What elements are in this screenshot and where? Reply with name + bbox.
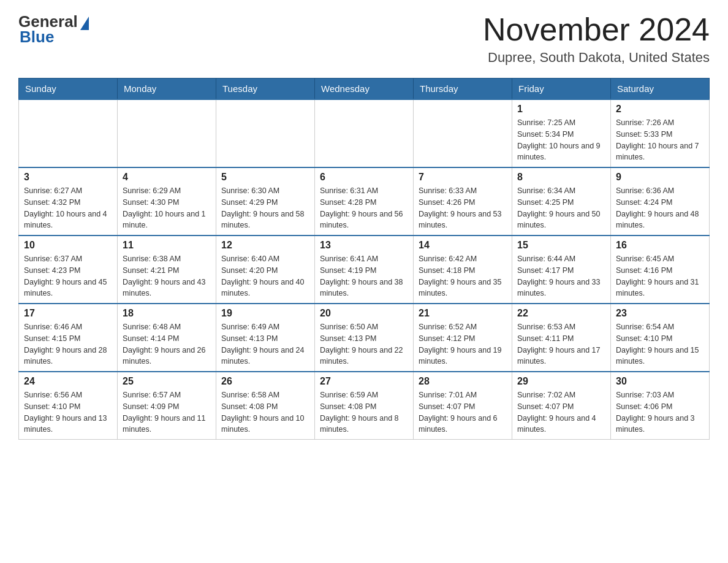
calendar-cell: 26Sunrise: 6:58 AM Sunset: 4:08 PM Dayli… bbox=[216, 372, 315, 440]
day-info: Sunrise: 6:31 AM Sunset: 4:28 PM Dayligh… bbox=[320, 185, 408, 231]
day-number: 4 bbox=[123, 172, 211, 183]
day-number: 27 bbox=[320, 376, 408, 387]
week-row-5: 24Sunrise: 6:56 AM Sunset: 4:10 PM Dayli… bbox=[19, 372, 710, 440]
day-info: Sunrise: 6:41 AM Sunset: 4:19 PM Dayligh… bbox=[320, 253, 408, 299]
calendar-header-tuesday: Tuesday bbox=[216, 79, 315, 100]
calendar-header-monday: Monday bbox=[118, 79, 216, 100]
calendar-header-thursday: Thursday bbox=[414, 79, 512, 100]
calendar-cell: 1Sunrise: 7:25 AM Sunset: 5:34 PM Daylig… bbox=[512, 99, 611, 167]
day-info: Sunrise: 6:40 AM Sunset: 4:20 PM Dayligh… bbox=[221, 253, 309, 299]
calendar-cell: 6Sunrise: 6:31 AM Sunset: 4:28 PM Daylig… bbox=[315, 167, 414, 236]
calendar-cell: 27Sunrise: 6:59 AM Sunset: 4:08 PM Dayli… bbox=[315, 372, 414, 440]
calendar-cell: 13Sunrise: 6:41 AM Sunset: 4:19 PM Dayli… bbox=[315, 236, 414, 304]
day-number: 16 bbox=[616, 240, 704, 251]
page-header: General Blue November 2024 Dupree, South… bbox=[18, 12, 710, 66]
calendar-cell: 2Sunrise: 7:26 AM Sunset: 5:33 PM Daylig… bbox=[611, 99, 710, 167]
calendar-cell: 22Sunrise: 6:53 AM Sunset: 4:11 PM Dayli… bbox=[512, 304, 611, 372]
day-info: Sunrise: 6:48 AM Sunset: 4:14 PM Dayligh… bbox=[123, 321, 211, 367]
calendar-cell: 18Sunrise: 6:48 AM Sunset: 4:14 PM Dayli… bbox=[118, 304, 216, 372]
day-number: 15 bbox=[517, 240, 605, 251]
day-info: Sunrise: 7:25 AM Sunset: 5:34 PM Dayligh… bbox=[517, 117, 605, 163]
calendar-cell bbox=[414, 99, 512, 167]
day-info: Sunrise: 6:52 AM Sunset: 4:12 PM Dayligh… bbox=[419, 321, 507, 367]
day-number: 3 bbox=[24, 172, 112, 183]
page-title: November 2024 bbox=[483, 12, 710, 47]
day-number: 20 bbox=[320, 308, 408, 319]
day-info: Sunrise: 6:30 AM Sunset: 4:29 PM Dayligh… bbox=[221, 185, 309, 231]
day-info: Sunrise: 6:49 AM Sunset: 4:13 PM Dayligh… bbox=[221, 321, 309, 367]
calendar-cell bbox=[19, 99, 118, 167]
day-number: 17 bbox=[24, 308, 112, 319]
day-number: 24 bbox=[24, 376, 112, 387]
calendar-header-row: SundayMondayTuesdayWednesdayThursdayFrid… bbox=[19, 79, 710, 100]
calendar-cell: 7Sunrise: 6:33 AM Sunset: 4:26 PM Daylig… bbox=[414, 167, 512, 236]
day-info: Sunrise: 7:02 AM Sunset: 4:07 PM Dayligh… bbox=[517, 389, 605, 435]
week-row-4: 17Sunrise: 6:46 AM Sunset: 4:15 PM Dayli… bbox=[19, 304, 710, 372]
week-row-3: 10Sunrise: 6:37 AM Sunset: 4:23 PM Dayli… bbox=[19, 236, 710, 304]
calendar-cell: 11Sunrise: 6:38 AM Sunset: 4:21 PM Dayli… bbox=[118, 236, 216, 304]
calendar-cell: 8Sunrise: 6:34 AM Sunset: 4:25 PM Daylig… bbox=[512, 167, 611, 236]
day-info: Sunrise: 7:01 AM Sunset: 4:07 PM Dayligh… bbox=[419, 389, 507, 435]
day-number: 18 bbox=[123, 308, 211, 319]
calendar-cell: 25Sunrise: 6:57 AM Sunset: 4:09 PM Dayli… bbox=[118, 372, 216, 440]
calendar-cell: 21Sunrise: 6:52 AM Sunset: 4:12 PM Dayli… bbox=[414, 304, 512, 372]
day-number: 8 bbox=[517, 172, 605, 183]
day-info: Sunrise: 6:50 AM Sunset: 4:13 PM Dayligh… bbox=[320, 321, 408, 367]
calendar-cell: 20Sunrise: 6:50 AM Sunset: 4:13 PM Dayli… bbox=[315, 304, 414, 372]
day-info: Sunrise: 6:56 AM Sunset: 4:10 PM Dayligh… bbox=[24, 389, 112, 435]
day-number: 9 bbox=[616, 172, 704, 183]
day-number: 29 bbox=[517, 376, 605, 387]
calendar-cell: 12Sunrise: 6:40 AM Sunset: 4:20 PM Dayli… bbox=[216, 236, 315, 304]
day-number: 30 bbox=[616, 376, 704, 387]
calendar-cell: 15Sunrise: 6:44 AM Sunset: 4:17 PM Dayli… bbox=[512, 236, 611, 304]
day-info: Sunrise: 7:26 AM Sunset: 5:33 PM Dayligh… bbox=[616, 117, 704, 163]
day-info: Sunrise: 6:29 AM Sunset: 4:30 PM Dayligh… bbox=[123, 185, 211, 231]
day-number: 11 bbox=[123, 240, 211, 251]
title-area: November 2024 Dupree, South Dakota, Unit… bbox=[483, 12, 710, 66]
day-number: 1 bbox=[517, 104, 605, 115]
day-number: 2 bbox=[616, 104, 704, 115]
day-number: 7 bbox=[419, 172, 507, 183]
day-number: 21 bbox=[419, 308, 507, 319]
day-info: Sunrise: 7:03 AM Sunset: 4:06 PM Dayligh… bbox=[616, 389, 704, 435]
day-number: 28 bbox=[419, 376, 507, 387]
calendar-cell: 5Sunrise: 6:30 AM Sunset: 4:29 PM Daylig… bbox=[216, 167, 315, 236]
day-number: 25 bbox=[123, 376, 211, 387]
day-number: 26 bbox=[221, 376, 309, 387]
calendar-table: SundayMondayTuesdayWednesdayThursdayFrid… bbox=[18, 78, 710, 440]
calendar-cell bbox=[315, 99, 414, 167]
calendar-cell: 30Sunrise: 7:03 AM Sunset: 4:06 PM Dayli… bbox=[611, 372, 710, 440]
calendar-cell: 16Sunrise: 6:45 AM Sunset: 4:16 PM Dayli… bbox=[611, 236, 710, 304]
day-info: Sunrise: 6:54 AM Sunset: 4:10 PM Dayligh… bbox=[616, 321, 704, 367]
day-info: Sunrise: 6:57 AM Sunset: 4:09 PM Dayligh… bbox=[123, 389, 211, 435]
day-info: Sunrise: 6:42 AM Sunset: 4:18 PM Dayligh… bbox=[419, 253, 507, 299]
week-row-2: 3Sunrise: 6:27 AM Sunset: 4:32 PM Daylig… bbox=[19, 167, 710, 236]
logo-triangle-icon bbox=[80, 17, 89, 30]
calendar-cell bbox=[118, 99, 216, 167]
day-number: 10 bbox=[24, 240, 112, 251]
calendar-header-saturday: Saturday bbox=[611, 79, 710, 100]
calendar-cell: 29Sunrise: 7:02 AM Sunset: 4:07 PM Dayli… bbox=[512, 372, 611, 440]
calendar-header-friday: Friday bbox=[512, 79, 611, 100]
logo: General Blue bbox=[18, 12, 89, 47]
day-number: 6 bbox=[320, 172, 408, 183]
day-info: Sunrise: 6:59 AM Sunset: 4:08 PM Dayligh… bbox=[320, 389, 408, 435]
week-row-1: 1Sunrise: 7:25 AM Sunset: 5:34 PM Daylig… bbox=[19, 99, 710, 167]
day-info: Sunrise: 6:44 AM Sunset: 4:17 PM Dayligh… bbox=[517, 253, 605, 299]
day-info: Sunrise: 6:27 AM Sunset: 4:32 PM Dayligh… bbox=[24, 185, 112, 231]
calendar-cell: 19Sunrise: 6:49 AM Sunset: 4:13 PM Dayli… bbox=[216, 304, 315, 372]
calendar-cell: 17Sunrise: 6:46 AM Sunset: 4:15 PM Dayli… bbox=[19, 304, 118, 372]
calendar-header-sunday: Sunday bbox=[19, 79, 118, 100]
calendar-cell: 23Sunrise: 6:54 AM Sunset: 4:10 PM Dayli… bbox=[611, 304, 710, 372]
day-number: 12 bbox=[221, 240, 309, 251]
calendar-cell bbox=[216, 99, 315, 167]
page-subtitle: Dupree, South Dakota, United States bbox=[483, 50, 710, 66]
day-info: Sunrise: 6:38 AM Sunset: 4:21 PM Dayligh… bbox=[123, 253, 211, 299]
calendar-header-wednesday: Wednesday bbox=[315, 79, 414, 100]
day-number: 5 bbox=[221, 172, 309, 183]
calendar-cell: 24Sunrise: 6:56 AM Sunset: 4:10 PM Dayli… bbox=[19, 372, 118, 440]
calendar-cell: 28Sunrise: 7:01 AM Sunset: 4:07 PM Dayli… bbox=[414, 372, 512, 440]
day-info: Sunrise: 6:37 AM Sunset: 4:23 PM Dayligh… bbox=[24, 253, 112, 299]
day-info: Sunrise: 6:46 AM Sunset: 4:15 PM Dayligh… bbox=[24, 321, 112, 367]
calendar-cell: 4Sunrise: 6:29 AM Sunset: 4:30 PM Daylig… bbox=[118, 167, 216, 236]
